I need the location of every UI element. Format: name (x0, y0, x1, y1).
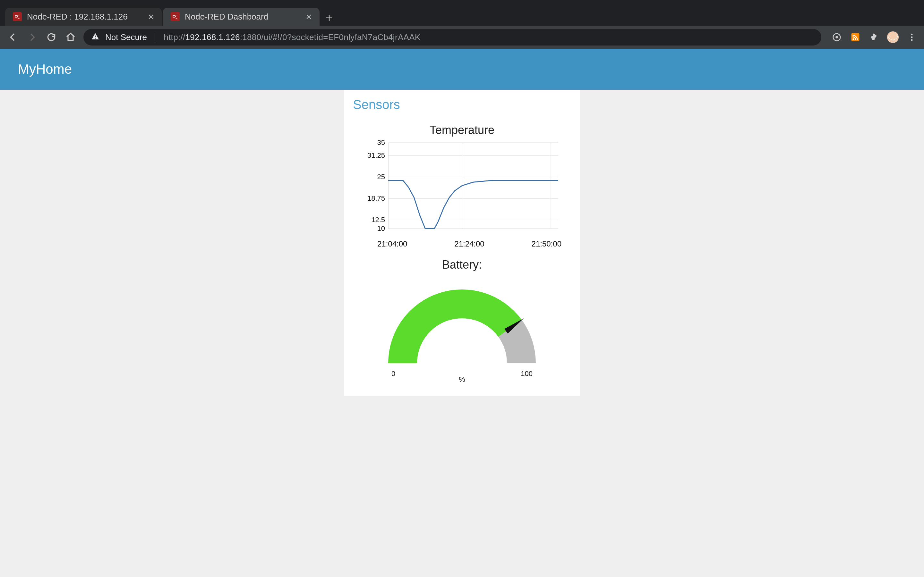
reload-button[interactable] (45, 31, 58, 44)
svg-rect-1 (95, 38, 95, 39)
svg-point-6 (853, 39, 854, 40)
app-header: MyHome (0, 49, 924, 90)
rss-extension-icon[interactable] (850, 31, 861, 43)
battery-gauge: 0 100 % (382, 283, 542, 386)
omnibox[interactable]: Not Secure │ http://192.168.1.126:1880/u… (83, 29, 821, 45)
url-text: http://192.168.1.126:1880/ui/#!/0?socket… (164, 32, 802, 42)
extensions-icon[interactable] (868, 31, 880, 43)
nodered-favicon (13, 12, 22, 21)
browser-tab-label: Node-RED : 192.168.1.126 (27, 12, 143, 22)
svg-point-7 (911, 34, 913, 35)
forward-button[interactable] (26, 31, 39, 44)
x-tick-label: 21:50:00 (531, 239, 561, 248)
kebab-menu-icon[interactable] (906, 31, 918, 43)
svg-text:10: 10 (377, 224, 385, 232)
circle-extension-icon[interactable] (831, 31, 843, 43)
profile-avatar[interactable] (887, 31, 899, 43)
warning-icon (91, 32, 99, 43)
temperature-x-ticks: 21:04:00 21:24:00 21:50:00 (363, 239, 561, 248)
x-tick-label: 21:24:00 (454, 239, 484, 248)
temperature-chart: 3531.252518.7512.510 21:04:00 21:24:00 2… (363, 140, 561, 248)
sensors-card: Sensors Temperature 3531.252518.7512.510… (344, 90, 580, 396)
svg-point-9 (911, 39, 913, 41)
app-title: MyHome (18, 61, 72, 77)
new-tab-button[interactable]: ＋ (321, 9, 338, 26)
browser-tab-nodered-dashboard[interactable]: Node-RED Dashboard × (163, 8, 320, 26)
temperature-line-chart-svg: 3531.252518.7512.510 (363, 140, 561, 236)
url-path: :1880/ui/#!/0?socketid=EF0nlyfaN7aCb4jrA… (240, 32, 421, 42)
svg-text:31.25: 31.25 (367, 151, 385, 159)
browser-toolbar: Not Secure │ http://192.168.1.126:1880/u… (0, 26, 924, 49)
temperature-chart-title: Temperature (353, 123, 571, 137)
svg-text:12.5: 12.5 (371, 216, 385, 224)
url-host: 192.168.1.126 (185, 32, 240, 42)
svg-point-8 (911, 37, 913, 38)
battery-gauge-title: Battery: (353, 258, 571, 271)
tab-strip: Node-RED : 192.168.1.126 × Node-RED Dash… (0, 0, 924, 26)
omnibox-separator: │ (153, 32, 158, 42)
dashboard-content: Sensors Temperature 3531.252518.7512.510… (0, 90, 924, 396)
url-scheme: http:// (164, 32, 185, 42)
svg-rect-0 (95, 35, 95, 37)
svg-text:18.75: 18.75 (367, 194, 385, 202)
battery-gauge-svg (382, 283, 542, 366)
x-tick-label: 21:04:00 (377, 239, 407, 248)
home-button[interactable] (64, 31, 77, 44)
back-button[interactable] (6, 31, 19, 44)
svg-text:25: 25 (377, 173, 385, 181)
close-icon[interactable]: × (306, 11, 312, 22)
browser-tab-label: Node-RED Dashboard (185, 12, 300, 22)
gauge-unit-label: % (382, 376, 542, 384)
page-viewport: MyHome Sensors Temperature 3531.252518.7… (0, 49, 924, 577)
svg-text:35: 35 (377, 140, 385, 147)
nodered-favicon (171, 12, 180, 21)
card-title: Sensors (353, 97, 571, 112)
browser-tab-nodered-editor[interactable]: Node-RED : 192.168.1.126 × (5, 8, 162, 26)
svg-point-4 (835, 36, 838, 39)
not-secure-label: Not Secure (105, 32, 147, 42)
close-icon[interactable]: × (148, 11, 154, 22)
toolbar-right-icons (831, 31, 918, 43)
